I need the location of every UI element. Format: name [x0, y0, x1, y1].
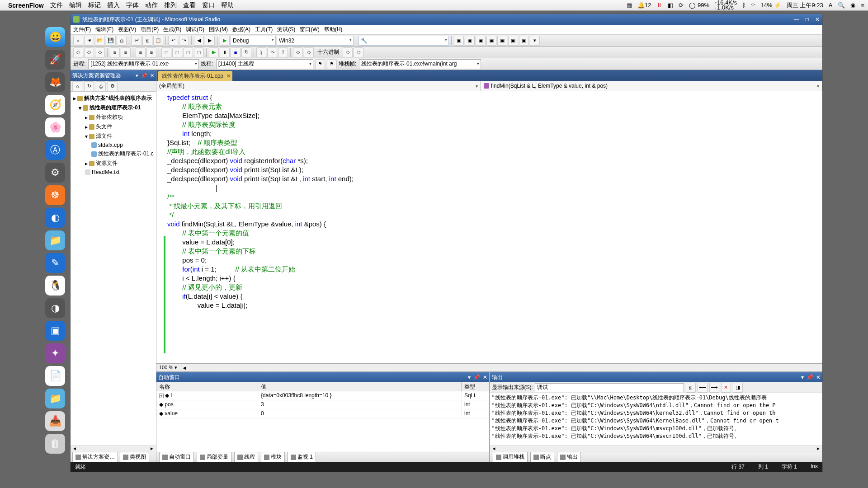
mac-menu-insert[interactable]: 插入	[107, 1, 120, 9]
process-combo[interactable]: [1252] 线性表的顺序表示-01.exe	[88, 59, 199, 69]
mac-menu-window[interactable]: 窗口	[202, 1, 215, 9]
menu-debug[interactable]: 调试(D)	[186, 26, 204, 33]
dock-safari-icon[interactable]: 🧭	[45, 95, 65, 115]
dock-folder-icon[interactable]: 📁	[45, 389, 65, 408]
tb2-i-icon[interactable]: ◇	[304, 47, 314, 57]
tb2-comment-icon[interactable]: ≡	[136, 47, 146, 57]
menu-project[interactable]: 项目(P)	[141, 26, 159, 33]
expl-home-icon[interactable]: ⌂	[72, 81, 82, 91]
status-bluetooth-icon[interactable]: ᛒ	[742, 2, 746, 9]
mac-menu-action[interactable]: 动作	[145, 1, 158, 9]
mac-menu-file[interactable]: 文件	[50, 1, 63, 9]
tb2-d-icon[interactable]: □	[161, 47, 171, 57]
explorer-dropdown-icon[interactable]: ▾	[136, 73, 138, 79]
expl-props-icon[interactable]: ⎙	[96, 81, 106, 91]
dock-finder-icon[interactable]: 😀	[45, 27, 65, 47]
tb-saveall-icon[interactable]: ⎙	[117, 36, 127, 46]
output-text[interactable]: "线性表的顺序表示-01.exe": 已加载"\\Mac\Home\Deskto…	[490, 393, 823, 446]
out-find-icon[interactable]: ⎘	[686, 383, 696, 393]
dock-launchpad-icon[interactable]: 🚀	[45, 50, 65, 70]
tree-project[interactable]: ▾线性表的顺序表示-01	[71, 103, 156, 113]
out-gonext-icon[interactable]: ⟶	[709, 383, 719, 393]
tb2-stepinto-icon[interactable]: ⤵	[256, 47, 266, 57]
autos-tab-watch[interactable]: 监视 1	[288, 452, 316, 462]
explorer-tab-solution[interactable]: 解决方案资…	[72, 452, 118, 462]
stack-combo[interactable]: 线性表的顺序表示-01.exe!wmain(int arg	[359, 59, 481, 69]
menu-file[interactable]: 文件(F)	[73, 26, 91, 33]
explorer-close-icon[interactable]: ✕	[150, 73, 154, 79]
menu-view[interactable]: 视图(V)	[118, 26, 136, 33]
status-battery2[interactable]: 14% ⚡	[760, 2, 781, 9]
tb2-uncomment-icon[interactable]: ≡	[146, 47, 156, 57]
tb-undo-icon[interactable]: ↶	[168, 36, 178, 46]
dock-qq-icon[interactable]: 🐧	[45, 276, 65, 296]
autos-col-type[interactable]: 类型	[462, 382, 489, 391]
tb2-pause-icon[interactable]: ⏸	[220, 47, 230, 57]
tb-x7-icon[interactable]: ▣	[519, 36, 529, 46]
expl-showall-icon[interactable]: ⚙	[108, 81, 118, 91]
hscroll-left-icon[interactable]: ◄	[182, 365, 187, 371]
tb2-e-icon[interactable]: □	[172, 47, 182, 57]
autos-close-icon[interactable]: ✕	[483, 374, 487, 380]
tb-x3-icon[interactable]: ▣	[476, 36, 486, 46]
output-tab-callstack[interactable]: 调用堆栈	[493, 452, 528, 462]
output-close-icon[interactable]: ✕	[816, 374, 821, 380]
dock-app1-icon[interactable]: 🦊	[45, 72, 65, 92]
tree-ext-deps[interactable]: ▸外部依赖项	[71, 113, 156, 122]
tree-file-main[interactable]: 线性表的顺序表示-01.c	[71, 149, 156, 159]
autos-col-value[interactable]: 值	[258, 382, 462, 391]
tree-file-stdafx[interactable]: stdafx.cpp	[71, 141, 156, 149]
menu-test[interactable]: 测试(S)	[277, 26, 295, 33]
status-menu-icon[interactable]: ≡	[861, 2, 864, 9]
mac-menu-font[interactable]: 字体	[126, 1, 139, 9]
mac-menu-view[interactable]: 查看	[183, 1, 196, 9]
autos-pin-icon[interactable]: 📌	[473, 374, 480, 380]
solution-tree[interactable]: ▸解决方案"线性表的顺序表示 ▾线性表的顺序表示-01 ▸外部依赖项 ▸头文件 …	[71, 92, 156, 446]
tb-copy-icon[interactable]: ⎘	[142, 36, 152, 46]
status-sync-icon[interactable]: ⟳	[679, 2, 684, 9]
mac-menu-help[interactable]: 帮助	[221, 1, 234, 9]
status-record-icon[interactable]: ⏸	[656, 2, 662, 9]
tb2-stepover-icon[interactable]: ⤼	[267, 47, 277, 57]
tb2-a-icon[interactable]: ◇	[73, 47, 83, 57]
output-hscroll[interactable]: ◄►	[490, 446, 823, 452]
autos-dropdown-icon[interactable]: ▾	[468, 374, 471, 380]
tree-solution[interactable]: ▸解决方案"线性表的顺序表示	[71, 94, 156, 103]
status-wifi-icon[interactable]: ⌔	[751, 2, 755, 9]
tb-open-icon[interactable]: 📂	[95, 36, 105, 46]
scope-right-combo[interactable]: findMin(SqList & L, ElemType & value, in…	[481, 81, 822, 91]
explorer-pin-icon[interactable]: 📌	[141, 73, 147, 79]
window-minimize-icon[interactable]: —	[794, 16, 799, 23]
tb-x1-icon[interactable]: ▣	[454, 36, 464, 46]
dock-app6-icon[interactable]: ◑	[45, 298, 65, 318]
autos-tab-modules[interactable]: 模块	[261, 452, 285, 462]
dock-photos-icon[interactable]: 🌸	[45, 117, 65, 137]
autos-tab-threads[interactable]: 线程	[234, 452, 258, 462]
status-datetime[interactable]: 周三 上午9:23	[787, 1, 823, 9]
tree-resources[interactable]: ▸资源文件	[71, 159, 156, 168]
tb-x6-icon[interactable]: ▣	[508, 36, 518, 46]
dock-app4-icon[interactable]: 📁	[45, 230, 65, 250]
thread-combo[interactable]: [11400] 主线程	[216, 59, 313, 69]
tb2-c-icon[interactable]: ◇	[95, 47, 105, 57]
tb2-h-icon[interactable]: ◇	[293, 47, 303, 57]
tb-cut-icon[interactable]: ✂	[132, 36, 142, 46]
window-maximize-icon[interactable]: □	[806, 16, 809, 23]
tb2-outdent-icon[interactable]: ≡	[121, 47, 131, 57]
menu-data[interactable]: 数据(A)	[232, 26, 250, 33]
tree-headers[interactable]: ▸头文件	[71, 122, 156, 131]
mac-menu-mark[interactable]: 标记	[88, 1, 101, 9]
tb2-k-icon[interactable]: ◇	[354, 47, 363, 57]
tree-readme[interactable]: ReadMe.txt	[71, 168, 156, 176]
window-close-icon[interactable]: ✕	[815, 16, 820, 23]
tb-x4-icon[interactable]: ▣	[486, 36, 496, 46]
tb2-stepout-icon[interactable]: ⤴	[278, 47, 288, 57]
tb-x5-icon[interactable]: ▣	[497, 36, 507, 46]
thread-flag-icon[interactable]: ⚑	[315, 59, 325, 69]
tb-find-combo[interactable]: 🔧	[359, 36, 449, 46]
tb2-stop-icon[interactable]: ■	[231, 47, 241, 57]
expl-refresh-icon[interactable]: ↻	[84, 81, 94, 91]
mac-menu-arrange[interactable]: 排列	[164, 1, 177, 9]
autos-row[interactable]: ◆ value0int	[156, 409, 489, 418]
output-pin-icon[interactable]: 📌	[807, 374, 813, 380]
